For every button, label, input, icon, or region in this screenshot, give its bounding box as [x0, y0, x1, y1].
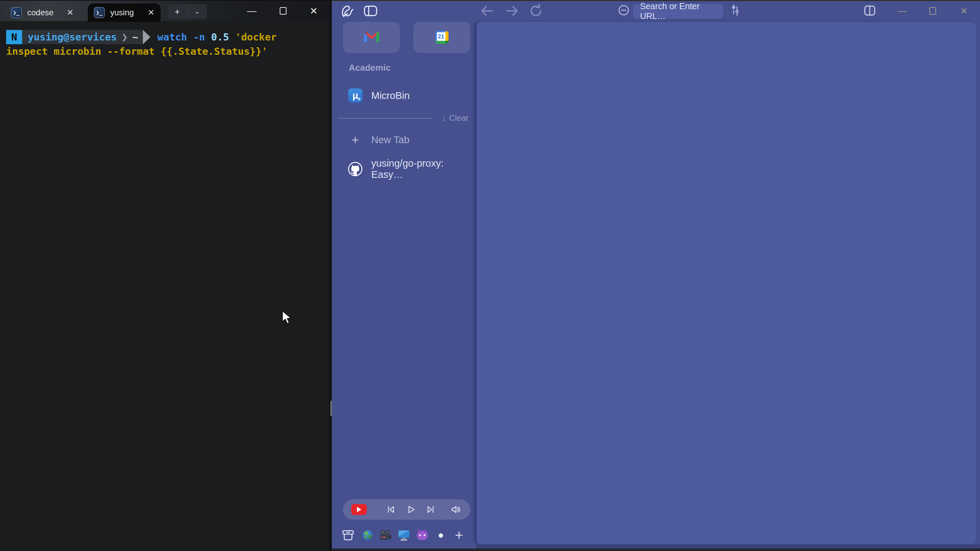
close-button[interactable]: ✕ [298, 1, 329, 21]
next-track-icon[interactable] [425, 504, 436, 515]
command-string-line1: 'docker [235, 30, 277, 44]
command-wrap-line: inspect microbin --format {{.State.Statu… [6, 44, 326, 59]
minimize-button[interactable]: — [236, 1, 267, 21]
terminal-output[interactable]: N yusing@services ❯ ~ watch -n 0.5 'dock… [6, 30, 326, 59]
prompt-os-badge: N [6, 30, 22, 44]
sidebar-toggle-icon[interactable] [363, 3, 378, 18]
prompt-separator: ❯ [121, 30, 127, 44]
github-icon [348, 162, 363, 176]
prompt-line: N yusing@services ❯ ~ watch -n 0.5 'dock… [6, 30, 326, 44]
browser-top-edge [332, 0, 980, 1]
prompt-cwd: ~ [132, 30, 138, 44]
terminal-newtab-group: + ⌄ [167, 5, 207, 19]
current-workspace-dot[interactable] [433, 528, 448, 543]
tab-close-icon[interactable]: ✕ [67, 8, 73, 17]
maximize-icon [929, 7, 936, 14]
powershell-icon: ❯_ [11, 7, 22, 18]
tabs-divider [339, 118, 433, 119]
desktop-workspace-icon[interactable] [396, 528, 411, 543]
pinned-tab-label: MicroBin [371, 90, 410, 102]
clear-tabs-button[interactable]: ↓ Clear [442, 113, 469, 123]
back-icon[interactable] [479, 3, 495, 18]
tab-close-icon[interactable]: ✕ [148, 8, 154, 17]
terminal-tab-codeserver[interactable]: ❯_ codese ✕ [5, 3, 80, 22]
terminal-window: ❯_ codese ✕ ❯_ yusing ✕ + ⌄ — ✕ N yusing… [0, 0, 329, 551]
mouse-cursor [281, 310, 295, 325]
powershell-icon: ❯_ [94, 7, 105, 18]
forward-icon[interactable] [504, 3, 520, 18]
arrow-down-icon: ↓ [442, 113, 447, 123]
browser-content-pane[interactable] [476, 22, 976, 544]
clear-label: Clear [449, 113, 469, 123]
customize-sliders-icon[interactable] [729, 3, 742, 17]
maximize-icon [280, 7, 286, 14]
prompt-segment: yusing@services ❯ ~ [22, 30, 143, 44]
youtube-icon[interactable] [351, 504, 367, 515]
volume-icon[interactable] [450, 503, 462, 516]
command-flag: -n [193, 30, 205, 44]
essential-tab-gmail[interactable] [343, 22, 400, 53]
gmail-icon [364, 32, 379, 43]
window-divider[interactable] [329, 0, 332, 551]
essential-tab-google-calendar[interactable]: 21 [414, 22, 470, 53]
microbin-favicon: μ [348, 89, 363, 103]
tab-label: yusing/go-proxy: Easy… [371, 158, 469, 180]
play-icon[interactable] [405, 504, 417, 515]
maximize-button[interactable] [267, 1, 299, 21]
tab-dropdown-button[interactable]: ⌄ [187, 5, 207, 19]
command-keyword: watch [157, 30, 187, 44]
tabs-divider-row: ↓ Clear [339, 114, 470, 122]
command-number: 0.5 [211, 30, 229, 44]
archive-workspace-icon[interactable] [340, 528, 356, 543]
window-bottom-band [476, 544, 980, 549]
prompt-arrow-icon [143, 30, 150, 44]
terminal-tab-label: yusing [110, 8, 134, 17]
plus-icon: + [348, 133, 363, 147]
maximize-button[interactable] [923, 3, 943, 18]
globe-workspace-icon[interactable] [360, 528, 375, 543]
prompt-user-host: yusing@services [27, 30, 117, 44]
pinned-tab-microbin[interactable]: μ MicroBin [340, 86, 469, 105]
google-calendar-icon: 21 [436, 31, 449, 44]
new-tab-label: New Tab [371, 134, 409, 146]
command-string-line2: inspect microbin --format {{.State.Statu… [6, 44, 267, 58]
media-player [343, 499, 470, 520]
terminal-tab-label: codese [27, 8, 53, 17]
close-button[interactable]: ✕ [954, 3, 974, 18]
minimize-button[interactable]: — [892, 3, 912, 18]
taskbar-edge [332, 549, 980, 551]
terminal-tab-bar: ❯_ codese ✕ ❯_ yusing ✕ + ⌄ — ✕ [0, 0, 329, 21]
devil-workspace-icon[interactable] [415, 528, 430, 543]
browser-window: Search or Enter URL… — ✕ 21 Academic [332, 0, 980, 551]
site-info-icon[interactable] [617, 3, 630, 17]
tab-goproxy[interactable]: yusing/go-proxy: Easy… [340, 159, 469, 179]
url-placeholder: Search or Enter URL… [640, 2, 723, 21]
add-workspace-button[interactable]: + [452, 528, 466, 543]
terminal-tab-yusing[interactable]: ❯_ yusing ✕ [88, 3, 161, 22]
new-tab-button[interactable]: + [167, 5, 187, 19]
workspace-section-label: Academic [349, 63, 391, 73]
split-view-icon[interactable] [862, 3, 877, 18]
new-tab-button[interactable]: + New Tab [340, 130, 469, 150]
reload-icon[interactable] [528, 3, 543, 18]
url-bar[interactable]: Search or Enter URL… [633, 4, 723, 19]
zen-logo-icon[interactable] [340, 3, 356, 19]
movie-camera-workspace-icon[interactable] [378, 528, 393, 543]
previous-track-icon[interactable] [385, 504, 397, 515]
